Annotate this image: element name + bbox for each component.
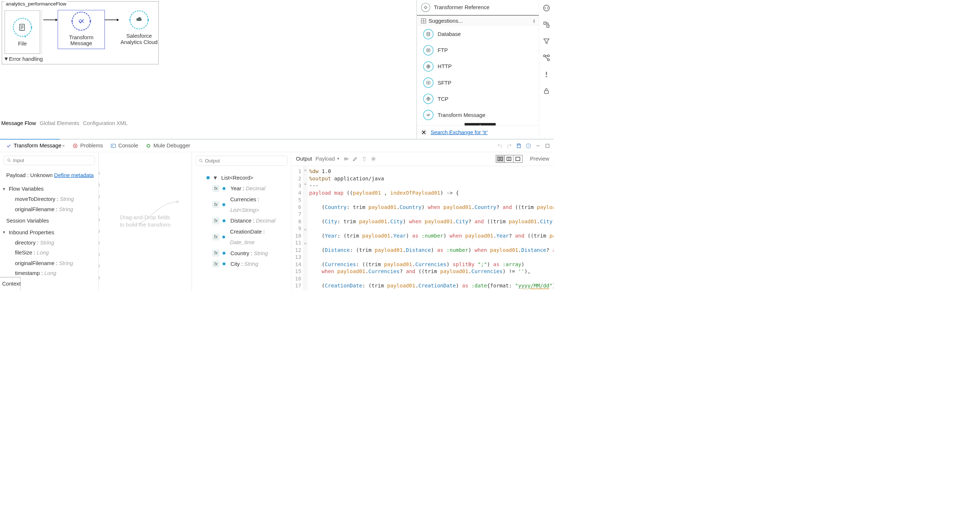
mapping-port[interactable] [99, 183, 100, 187]
mapping-port[interactable] [99, 206, 100, 210]
error-handling-section[interactable]: ▶ Error handling [5, 56, 43, 63]
palette-suggestions-header[interactable]: Suggestions... ⟨⟩ [417, 15, 539, 26]
target-selector[interactable]: Payload ▼ [315, 156, 340, 162]
node-salesforce-analytics[interactable]: Salesforce Analytics Cloud [119, 10, 158, 45]
tab-configuration-xml[interactable]: Configuration XML [83, 120, 127, 127]
save-icon[interactable] [516, 143, 522, 149]
svg-rect-25 [518, 144, 520, 145]
palette-item-tcp[interactable]: TCP [417, 90, 539, 107]
mapping-port[interactable] [99, 195, 100, 198]
palette-item-sftp[interactable]: SFTP [417, 75, 539, 90]
output-root[interactable]: ▼ List<Record> [197, 172, 288, 183]
tree-item[interactable]: originalFilename : String [6, 205, 97, 215]
bottom-panel-tabs: Transform Message × Problems Console Mul… [0, 139, 554, 152]
minimize-icon[interactable] [535, 143, 541, 149]
svg-point-9 [428, 50, 429, 51]
palette-item-label: HTTP [438, 63, 452, 70]
undo-icon[interactable] [497, 143, 503, 149]
mapping-port[interactable] [99, 253, 100, 256]
palette-item-label: Database [438, 31, 461, 37]
mapping-port[interactable] [99, 171, 100, 175]
svg-rect-40 [515, 157, 520, 161]
filter-icon[interactable] [542, 37, 550, 45]
tree-item[interactable]: directory : String [6, 238, 97, 248]
output-field[interactable]: fxDistance : Decimal [197, 216, 288, 226]
warning-icon[interactable] [542, 70, 550, 78]
tree-item[interactable]: moveToDirectory : String [6, 194, 97, 205]
mapping-port[interactable] [99, 265, 100, 268]
field-type: String [244, 261, 258, 267]
output-search[interactable] [196, 156, 287, 166]
tree-item[interactable]: timestamp : Long [6, 268, 97, 277]
input-payload-row[interactable]: Payload : Unknown Define metadata [6, 170, 97, 180]
palette-item-transform-message[interactable]: Transform Message [417, 107, 539, 123]
tab-problems[interactable]: Problems [68, 140, 107, 152]
flow-canvas[interactable]: analytics_performanceFlow File [0, 0, 417, 139]
output-field[interactable]: fxCountry : String [197, 248, 288, 259]
tree-item[interactable]: fileSize : Long [6, 248, 97, 258]
inbound-properties-group[interactable]: ▼Inbound Properties [2, 227, 97, 238]
mapping-port[interactable] [99, 230, 100, 233]
define-metadata-link[interactable]: Define metadata [54, 172, 94, 178]
svg-point-32 [177, 200, 179, 203]
svg-rect-29 [546, 144, 549, 148]
mule-icon[interactable] [542, 4, 550, 12]
expand-icon[interactable]: ⟨⟩ [533, 18, 535, 24]
node-file[interactable] [13, 17, 32, 36]
add-target-icon[interactable] [343, 156, 349, 162]
view-mode-split[interactable] [505, 155, 514, 162]
flow-arrow-2 [105, 10, 119, 29]
flow-variables-group[interactable]: ▼Flow Variables [2, 184, 97, 194]
flow-source-scope[interactable]: File [5, 10, 40, 54]
code-editor[interactable]: %dw 1.0 %output application/java --- pay… [307, 166, 554, 291]
output-search-field[interactable] [205, 158, 284, 164]
delete-icon[interactable] [361, 156, 367, 162]
output-field[interactable]: fxYear : Decimal [197, 183, 288, 194]
palette-item-ftp[interactable]: FTP [417, 42, 539, 58]
fold-gutter[interactable]: ⊖⊖⊖⊖ [303, 166, 307, 291]
context-button[interactable]: Context [0, 277, 21, 290]
redo-icon[interactable] [506, 143, 512, 149]
edit-icon[interactable] [352, 156, 358, 162]
tab-transform-message[interactable]: Transform Message × [2, 140, 68, 152]
outline-icon[interactable] [542, 21, 550, 29]
palette-item-http[interactable]: HTTP [417, 58, 539, 75]
palette-more-bar[interactable]: ⌄ [465, 123, 496, 126]
output-field[interactable]: fxCity : String [197, 259, 288, 269]
view-mode-tree[interactable] [496, 155, 505, 162]
output-field[interactable]: fxCurrencies : List<String> [197, 194, 288, 216]
input-search-field[interactable] [13, 158, 92, 163]
cloud-icon [135, 16, 143, 24]
field-name: Country : [230, 250, 254, 256]
help-icon[interactable]: ? [526, 143, 531, 149]
palette-item-database[interactable]: Database [417, 26, 539, 42]
session-variables-group[interactable]: Session Variables [6, 216, 97, 226]
lock-icon[interactable] [542, 87, 550, 95]
connections-icon[interactable] [542, 54, 550, 62]
chevron-right-icon: ▶ [4, 57, 9, 60]
palette-category-header[interactable]: Transformer Reference [417, 0, 539, 15]
tree-item[interactable]: originalFilename : String [6, 258, 97, 268]
view-mode-code[interactable] [514, 155, 522, 162]
tab-mule-debugger[interactable]: Mule Debugger [142, 140, 194, 152]
gear-icon[interactable] [371, 156, 376, 162]
preview-button[interactable]: Preview [530, 156, 549, 162]
tab-global-elements[interactable]: Global Elements [40, 120, 79, 127]
tab-console[interactable]: Console [107, 140, 142, 152]
input-search[interactable] [4, 156, 95, 165]
mapping-port[interactable] [99, 241, 100, 244]
file-icon [18, 23, 27, 32]
tcp-icon [423, 94, 434, 104]
close-icon[interactable]: × [62, 143, 65, 149]
field-type: Decimal [246, 186, 265, 192]
output-field[interactable]: fxCreationDate : Date_time [197, 226, 288, 248]
mapping-pane[interactable]: Drag-and-Drop fields to build the transf… [99, 152, 192, 290]
node-transform-message[interactable]: Transform Message [58, 10, 105, 49]
mapping-port[interactable] [99, 276, 100, 279]
maximize-icon[interactable] [545, 143, 550, 149]
search-exchange-link[interactable]: Search Exchange for 'tr' [431, 129, 488, 136]
view-mode-toggle[interactable] [495, 155, 522, 163]
code-editor-pane: Output Payload ▼ Preview 123456789 [291, 152, 554, 290]
tab-message-flow[interactable]: Message Flow [1, 120, 36, 127]
svg-point-6 [425, 6, 427, 9]
